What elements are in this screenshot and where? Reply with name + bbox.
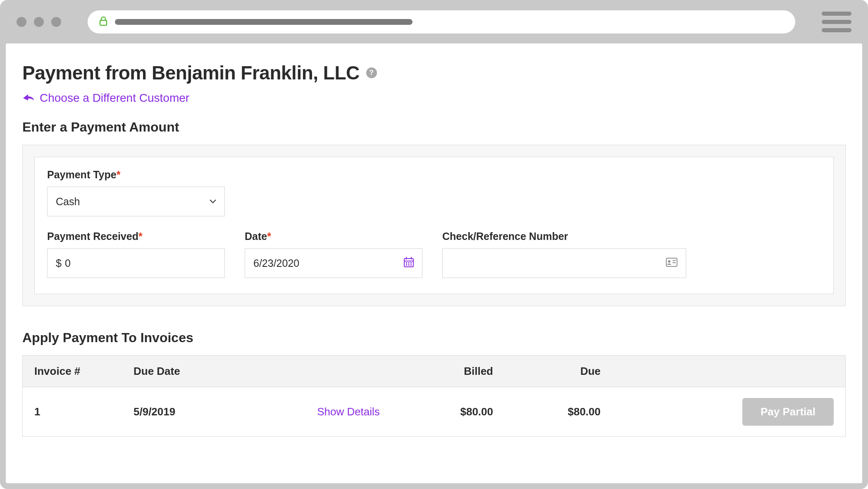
back-link-row: Choose a Different Customer (22, 91, 846, 105)
window-close-dot[interactable] (17, 17, 26, 27)
payment-received-label: Payment Received* (47, 230, 225, 242)
window-maximize-dot[interactable] (51, 17, 61, 27)
cell-billed: $80.00 (410, 405, 518, 418)
svg-rect-9 (408, 264, 410, 266)
payment-form-inner: Payment Type* Cash Payment Received* (34, 157, 834, 294)
invoice-table: Invoice # Due Date Billed Due 1 5/9/2019… (22, 355, 846, 437)
pay-partial-button[interactable]: Pay Partial (742, 398, 834, 426)
apply-payment-heading: Apply Payment To Invoices (22, 330, 846, 345)
svg-point-12 (668, 260, 670, 263)
svg-rect-10 (410, 264, 412, 266)
date-input[interactable] (253, 257, 404, 269)
payment-form-row-2: Payment Received* $ Date* (47, 216, 821, 278)
payment-received-input-wrap[interactable]: $ (47, 248, 225, 278)
col-due: Due (518, 365, 625, 378)
svg-rect-8 (406, 264, 407, 266)
help-icon[interactable]: ? (366, 67, 377, 78)
required-asterisk: * (138, 230, 143, 242)
date-group: Date* (245, 230, 422, 278)
col-billed: Billed (410, 365, 518, 378)
table-row: 1 5/9/2019 Show Details $80.00 $80.00 Pa… (23, 387, 845, 436)
payment-type-value: Cash (56, 196, 80, 208)
browser-chrome-top (0, 0, 868, 43)
choose-different-customer-link[interactable]: Choose a Different Customer (40, 91, 189, 105)
col-due-date: Due Date (134, 365, 286, 378)
svg-rect-5 (406, 262, 407, 264)
calendar-icon[interactable] (404, 256, 414, 270)
chevron-down-icon (210, 198, 216, 205)
id-card-icon[interactable] (666, 257, 677, 269)
reply-arrow-icon (22, 93, 35, 103)
reference-input[interactable] (451, 257, 666, 269)
svg-rect-6 (408, 262, 410, 264)
reference-label: Check/Reference Number (442, 230, 686, 242)
payment-received-input[interactable] (65, 257, 216, 269)
page-title-row: Payment from Benjamin Franklin, LLC ? (22, 62, 846, 84)
currency-prefix: $ (56, 257, 62, 269)
reference-group: Check/Reference Number (442, 230, 686, 278)
date-label: Date* (245, 230, 422, 242)
window-minimize-dot[interactable] (34, 17, 44, 27)
date-input-wrap[interactable] (245, 248, 422, 278)
cell-due: $80.00 (518, 405, 625, 418)
cell-action: Pay Partial (625, 398, 834, 426)
payment-received-label-text: Payment Received (47, 230, 138, 242)
page-title: Payment from Benjamin Franklin, LLC (22, 62, 360, 84)
payment-type-group: Payment Type* Cash (47, 169, 821, 216)
show-details-link[interactable]: Show Details (286, 405, 410, 418)
reference-input-wrap[interactable] (442, 248, 686, 278)
lock-icon (99, 16, 107, 28)
window-controls (17, 17, 61, 27)
payment-type-label-text: Payment Type (47, 169, 117, 180)
invoice-table-header: Invoice # Due Date Billed Due (23, 356, 845, 387)
payment-type-select[interactable]: Cash (47, 187, 225, 216)
col-invoice-num: Invoice # (34, 365, 134, 378)
url-bar[interactable] (88, 10, 795, 34)
required-asterisk: * (117, 169, 121, 180)
payment-type-label: Payment Type* (47, 169, 821, 181)
payment-form-outer: Payment Type* Cash Payment Received* (22, 145, 846, 306)
url-placeholder (115, 19, 413, 25)
page-content: Payment from Benjamin Franklin, LLC ? Ch… (6, 43, 862, 483)
svg-rect-0 (100, 20, 107, 25)
required-asterisk: * (267, 230, 271, 242)
payment-received-group: Payment Received* $ (47, 230, 225, 278)
browser-frame: Payment from Benjamin Franklin, LLC ? Ch… (0, 0, 868, 489)
hamburger-menu-icon[interactable] (822, 12, 851, 32)
cell-invoice-num: 1 (34, 405, 134, 418)
svg-rect-7 (410, 262, 412, 264)
date-label-text: Date (245, 230, 267, 242)
cell-due-date: 5/9/2019 (134, 405, 286, 418)
enter-payment-heading: Enter a Payment Amount (22, 120, 846, 135)
